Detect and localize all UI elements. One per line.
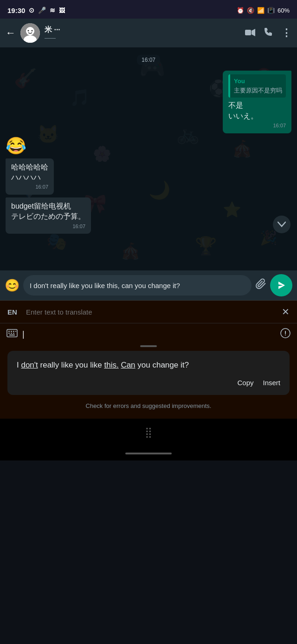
- translated-text: I don't really like you like this. Can y…: [17, 359, 280, 371]
- translation-actions: Copy Insert: [17, 379, 280, 387]
- signal-icon: 📳: [267, 7, 275, 14]
- translation-top-bar: EN ✕: [0, 301, 297, 323]
- svg-rect-31: [11, 333, 12, 334]
- quoted-message: You 主要原因不是穷吗: [228, 74, 286, 98]
- message-text: budget留给电视机テレビのための予算。: [11, 201, 85, 222]
- status-right: ⏰ 🔇 📶 📳 60%: [237, 7, 290, 14]
- underline-can: Can: [121, 361, 135, 369]
- back-button[interactable]: ←: [6, 27, 16, 39]
- contact-avatar[interactable]: [20, 23, 40, 43]
- svg-text:🏆: 🏆: [195, 235, 217, 256]
- quoted-name: You: [234, 77, 282, 85]
- input-text: I don't really like you like this, can y…: [30, 282, 180, 289]
- message-incoming-emoji[interactable]: 😂: [6, 136, 26, 156]
- svg-rect-27: [11, 331, 12, 332]
- translation-input[interactable]: [26, 308, 277, 316]
- translation-close-button[interactable]: ✕: [282, 306, 290, 317]
- bottom-navigation: ⣿: [0, 419, 297, 447]
- alarm-icon: ⏰: [237, 7, 244, 14]
- svg-marker-6: [252, 29, 255, 36]
- underline-dont: don't: [21, 361, 38, 369]
- svg-point-36: [285, 335, 286, 335]
- instagram-icon: ⊙: [29, 7, 34, 14]
- status-bar: 19:30 ⊙ 🎤 ≋ 🖼 ⏰ 🔇 📶 📳 60%: [0, 0, 297, 19]
- send-button[interactable]: [270, 274, 292, 296]
- chat-area: 🎸 🎵 🎮 ⚽ 🎯 🐱 🌸 🚲 🎪 💎 🎀 🌙 ⭐ 🎭 🎪 🏆 🎉 16:07 …: [0, 47, 297, 270]
- keyboard-icon[interactable]: [6, 329, 18, 340]
- message-input[interactable]: I don't really like you like this, can y…: [23, 275, 252, 296]
- chat-header: ← 米 ··· —— ⋮: [0, 19, 297, 47]
- svg-point-3: [28, 30, 29, 32]
- text-cursor: |: [22, 329, 25, 339]
- svg-rect-28: [13, 331, 14, 332]
- mic-icon: 🎤: [38, 7, 46, 14]
- header-icons: ⋮: [245, 27, 291, 39]
- wifi-icon: 📶: [257, 7, 265, 14]
- insert-button[interactable]: Insert: [263, 379, 280, 387]
- svg-marker-24: [278, 282, 285, 289]
- suggestions-text: Check for errors and suggested improveme…: [0, 402, 297, 419]
- message-incoming-3[interactable]: budget留给电视机テレビのための予算。 16:07: [6, 197, 91, 234]
- quoted-text: 主要原因不是穷吗: [234, 86, 282, 95]
- message-text: 不是いいえ。: [228, 100, 286, 121]
- svg-point-4: [32, 30, 33, 32]
- message-time: 16:07: [228, 122, 286, 129]
- image-icon: 🖼: [59, 7, 65, 14]
- input-bar: 😊 I don't really like you like this, can…: [0, 270, 297, 300]
- activity-icon: ≋: [50, 7, 55, 14]
- svg-text:🎪: 🎪: [121, 242, 141, 261]
- more-options-button[interactable]: ⋮: [281, 27, 291, 39]
- svg-point-1: [26, 27, 34, 35]
- translation-middle-bar: |: [0, 323, 297, 345]
- mute-icon: 🔇: [247, 7, 254, 14]
- status-time: 19:30: [7, 7, 25, 14]
- battery-level: 60%: [278, 7, 290, 14]
- svg-rect-26: [8, 331, 10, 332]
- keyboard-dots-icon: ⣿: [145, 427, 152, 439]
- scroll-down-button[interactable]: [273, 216, 291, 233]
- warning-icon[interactable]: [280, 328, 291, 341]
- emoji-button[interactable]: 😊: [5, 278, 19, 293]
- message-time: 16:07: [11, 223, 85, 230]
- language-label: EN: [7, 308, 21, 316]
- message-outgoing-1[interactable]: You 主要原因不是穷吗 不是いいえ。 16:07: [223, 71, 291, 133]
- message-incoming-2[interactable]: 哈哈哈哈哈ハハハハ 16:07: [6, 158, 54, 195]
- status-left: 19:30 ⊙ 🎤 ≋ 🖼: [7, 7, 65, 14]
- svg-rect-5: [245, 30, 251, 35]
- translation-panel: EN ✕ |: [0, 300, 297, 419]
- messages-container: 16:07 You 主要原因不是穷吗 不是いいえ。 16:07 😂 哈哈哈哈哈ハ…: [6, 52, 291, 237]
- video-call-button[interactable]: [245, 28, 255, 39]
- svg-rect-29: [15, 331, 16, 332]
- phone-call-button[interactable]: [264, 27, 273, 39]
- drag-handle: [140, 345, 157, 347]
- attach-button[interactable]: [255, 278, 266, 292]
- message-time: 16:07: [11, 184, 48, 191]
- home-indicator: [125, 453, 172, 454]
- svg-rect-33: [9, 335, 15, 335]
- message-text: 哈哈哈哈哈ハハハハ: [11, 162, 48, 183]
- time-badge: 16:07: [137, 55, 160, 65]
- underline-this: this.: [104, 361, 118, 369]
- copy-button[interactable]: Copy: [237, 379, 253, 387]
- svg-rect-32: [13, 333, 14, 334]
- translation-result-box: I don't really like you like this. Can y…: [7, 351, 290, 395]
- contact-status: ——: [45, 35, 240, 41]
- bottom-bar: [0, 447, 297, 460]
- contact-name: 米 ···: [45, 25, 240, 35]
- svg-rect-30: [8, 333, 10, 334]
